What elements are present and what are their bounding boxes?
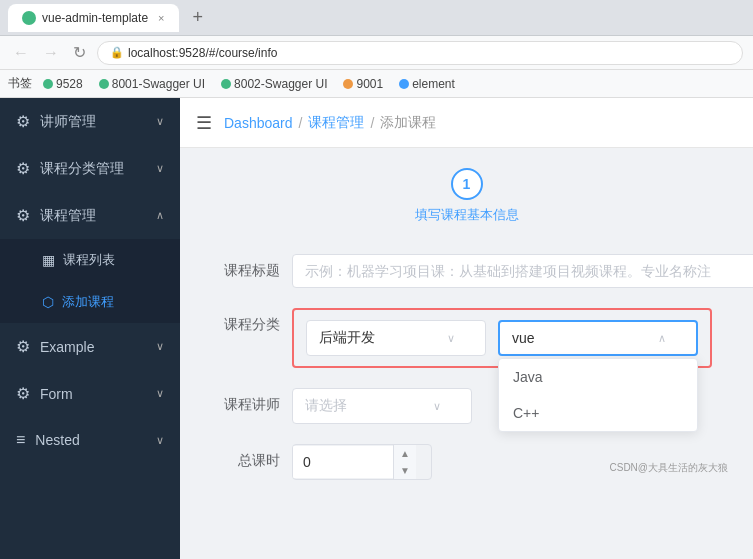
sidebar-item-nested[interactable]: ≡ Nested ∨ (0, 417, 180, 463)
course-arrow: ∧ (156, 209, 164, 222)
sidebar-item-category[interactable]: ⚙ 课程分类管理 ∨ (0, 145, 180, 192)
nav-forward-button[interactable]: → (40, 44, 62, 62)
step-1: 1 填写课程基本信息 (415, 168, 519, 224)
category-highlight-box: 后端开发 ∨ vue ∧ (292, 308, 712, 368)
dropdown-option-cpp[interactable]: C++ (499, 395, 697, 431)
subcategory-select-value: vue (512, 330, 535, 346)
steps-container: 1 填写课程基本信息 (200, 168, 733, 224)
tab-title: vue-admin-template (42, 11, 148, 25)
spin-up-button[interactable]: ▲ (394, 445, 416, 462)
nav-refresh-button[interactable]: ↻ (70, 43, 89, 62)
course-title-row: 课程标题 (200, 254, 733, 288)
course-category-row: 课程分类 后端开发 ∨ vue (200, 308, 733, 368)
lock-icon: 🔒 (110, 46, 124, 59)
title-input-wrapper (292, 254, 753, 288)
category-icon: ⚙ (16, 159, 30, 178)
browser-chrome: vue-admin-template × + ← → ↻ 🔒 localhost… (0, 0, 753, 98)
teacher-select-arrow: ∨ (433, 400, 441, 413)
bookmark-swagger2[interactable]: 8002-Swagger UI (216, 75, 332, 93)
category-arrow: ∨ (156, 162, 164, 175)
course-title-input[interactable] (292, 254, 753, 288)
sidebar-label-course-list: 课程列表 (63, 251, 115, 269)
bookmark-icon (43, 79, 53, 89)
bookmark-swagger1[interactable]: 8001-Swagger UI (94, 75, 210, 93)
nested-icon: ≡ (16, 431, 25, 449)
title-label: 课程标题 (200, 254, 280, 280)
bookmarks-bar: 书签 9528 8001-Swagger UI 8002-Swagger UI … (0, 70, 753, 98)
sidebar: ⚙ 讲师管理 ∨ ⚙ 课程分类管理 ∨ ⚙ 课程管理 ∧ ▦ 课程列表 (0, 98, 180, 559)
teacher-icon: ⚙ (16, 112, 30, 131)
sidebar-label-nested: Nested (35, 432, 146, 448)
bookmarks-label: 书签 (8, 75, 32, 92)
sidebar-label-example: Example (40, 339, 146, 355)
step-1-circle: 1 (451, 168, 483, 200)
example-arrow: ∨ (156, 340, 164, 353)
teacher-select[interactable]: 请选择 ∨ (292, 388, 472, 424)
hours-label: 总课时 (200, 444, 280, 470)
course-list-icon: ▦ (42, 252, 55, 268)
form-arrow: ∨ (156, 387, 164, 400)
breadcrumb: Dashboard / 课程管理 / 添加课程 (224, 114, 436, 132)
category-select[interactable]: 后端开发 ∨ (306, 320, 486, 356)
spin-down-button[interactable]: ▼ (394, 462, 416, 479)
bookmark-9001[interactable]: 9001 (338, 75, 388, 93)
page-header: ☰ Dashboard / 课程管理 / 添加课程 (180, 98, 753, 148)
sidebar-label-course: 课程管理 (40, 207, 146, 225)
form-icon: ⚙ (16, 384, 30, 403)
nav-back-button[interactable]: ← (10, 44, 32, 62)
subcategory-select[interactable]: vue ∧ (498, 320, 698, 356)
category-label: 课程分类 (200, 308, 280, 334)
sidebar-label-category: 课程分类管理 (40, 160, 146, 178)
number-spinners: ▲ ▼ (393, 445, 416, 479)
hours-input-wrapper: ▲ ▼ (292, 444, 432, 480)
sidebar-item-form[interactable]: ⚙ Form ∨ (0, 370, 180, 417)
bookmark-icon (221, 79, 231, 89)
bookmark-9528[interactable]: 9528 (38, 75, 88, 93)
browser-tab[interactable]: vue-admin-template × (8, 4, 179, 32)
category-select-arrow: ∨ (447, 332, 455, 345)
course-icon: ⚙ (16, 206, 30, 225)
tab-favicon (22, 11, 36, 25)
sidebar-item-course-add[interactable]: ⬡ 添加课程 (0, 281, 180, 323)
step-1-label: 填写课程基本信息 (415, 206, 519, 224)
main-content: ☰ Dashboard / 课程管理 / 添加课程 1 填写课程基本信息 (180, 98, 753, 559)
new-tab-button[interactable]: + (187, 7, 210, 28)
teacher-select-placeholder: 请选择 (305, 397, 347, 415)
watermark: CSDN@大具生活的灰大狼 (610, 461, 729, 475)
breadcrumb-parent[interactable]: 课程管理 (308, 114, 364, 132)
example-icon: ⚙ (16, 337, 30, 356)
subcategory-dropdown-options: Java C++ (498, 358, 698, 432)
breadcrumb-sep2: / (370, 115, 374, 131)
sidebar-item-example[interactable]: ⚙ Example ∨ (0, 323, 180, 370)
bookmark-icon (99, 79, 109, 89)
hours-input[interactable] (293, 446, 393, 478)
breadcrumb-current: 添加课程 (380, 114, 436, 132)
subcategory-select-arrow: ∧ (658, 332, 666, 345)
course-add-icon: ⬡ (42, 294, 54, 310)
bookmark-element[interactable]: element (394, 75, 460, 93)
breadcrumb-home[interactable]: Dashboard (224, 115, 293, 131)
hamburger-button[interactable]: ☰ (196, 112, 212, 134)
sidebar-item-teacher[interactable]: ⚙ 讲师管理 ∨ (0, 98, 180, 145)
category-controls: 后端开发 ∨ vue ∧ (292, 308, 733, 368)
bookmark-icon (343, 79, 353, 89)
sidebar-label-teacher: 讲师管理 (40, 113, 146, 131)
teacher-label: 课程讲师 (200, 388, 280, 414)
teacher-arrow: ∨ (156, 115, 164, 128)
address-text: localhost:9528/#/course/info (128, 46, 277, 60)
page-body: 1 填写课程基本信息 课程标题 课程分类 (180, 148, 753, 559)
category-select-value: 后端开发 (319, 329, 375, 347)
sidebar-label-course-add: 添加课程 (62, 293, 114, 311)
sidebar-item-course-list[interactable]: ▦ 课程列表 (0, 239, 180, 281)
dropdown-option-java[interactable]: Java (499, 359, 697, 395)
nested-arrow: ∨ (156, 434, 164, 447)
bookmark-icon (399, 79, 409, 89)
breadcrumb-sep1: / (299, 115, 303, 131)
sidebar-item-course[interactable]: ⚙ 课程管理 ∧ (0, 192, 180, 239)
subcategory-dropdown-container: vue ∧ Java C++ (498, 320, 698, 356)
sidebar-label-form: Form (40, 386, 146, 402)
address-bar[interactable]: 🔒 localhost:9528/#/course/info (97, 41, 743, 65)
tab-close-button[interactable]: × (158, 12, 164, 24)
